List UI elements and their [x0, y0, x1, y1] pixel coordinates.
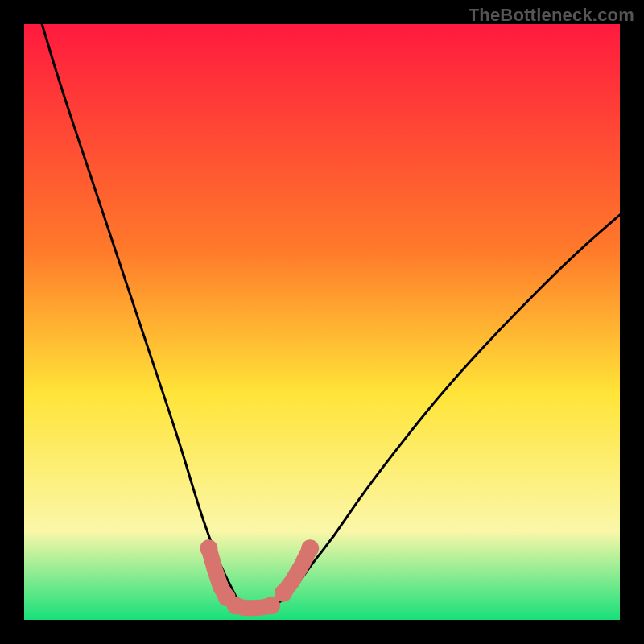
chart-svg: [24, 24, 620, 620]
plot-area: [24, 24, 620, 620]
watermark-text: TheBottleneck.com: [469, 5, 634, 26]
chart-frame: TheBottleneck.com: [0, 0, 644, 644]
marker-dot: [275, 584, 292, 602]
marker-dot: [227, 597, 245, 614]
marker-dot: [301, 539, 319, 557]
marker-dot: [200, 539, 217, 557]
gradient-background: [24, 24, 620, 620]
